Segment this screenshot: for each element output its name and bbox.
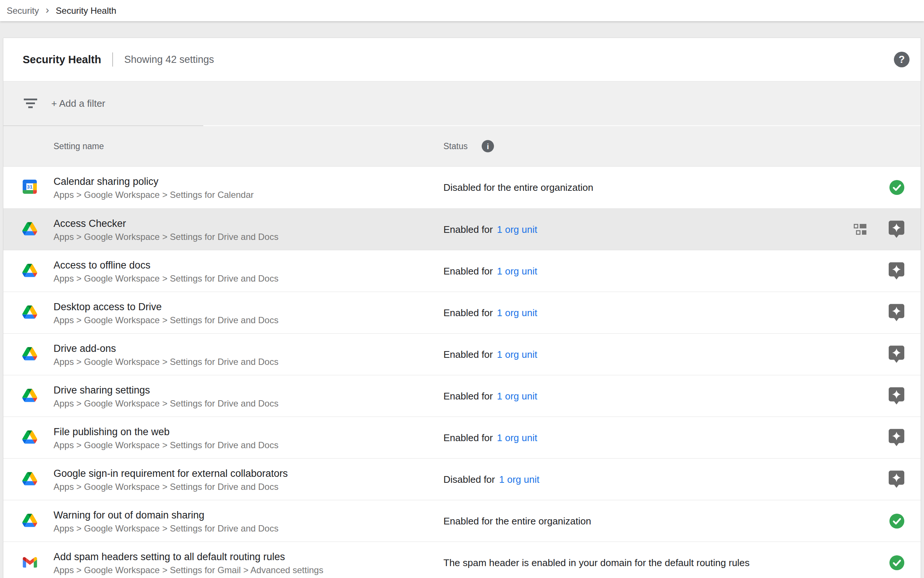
setting-name: Drive sharing settings (53, 383, 278, 398)
app-icon (22, 472, 37, 487)
recommendation-icon[interactable] (889, 262, 904, 280)
chevron-right-icon: › (46, 5, 49, 17)
status-text: Enabled for (443, 349, 493, 360)
org-unit-link[interactable]: 1 org unit (497, 265, 537, 277)
settings-count: Showing 42 settings (124, 54, 214, 65)
status-column-label[interactable]: Status (443, 141, 468, 151)
drive-icon (22, 347, 37, 362)
card-header: Security Health Showing 42 settings ? (3, 38, 921, 81)
table-row[interactable]: Drive sharing settings Apps > Google Wor… (3, 375, 921, 417)
setting-path: Apps > Google Workspace > Settings for D… (53, 523, 278, 534)
column-header-setting-name[interactable]: Setting name (53, 141, 104, 151)
table-row[interactable]: Access Checker Apps > Google Workspace >… (3, 208, 921, 250)
add-filter-button[interactable]: + Add a filter (51, 98, 105, 109)
recommendation-icon[interactable] (889, 221, 904, 239)
status-icons (889, 262, 904, 280)
table-row[interactable]: Drive add-ons Apps > Google Workspace > … (3, 333, 921, 375)
status-icons (890, 180, 904, 195)
recommendation-icon[interactable] (889, 429, 904, 447)
status-ok-icon (890, 180, 904, 195)
recommendation-icon[interactable] (889, 304, 904, 322)
table-header: Setting name Status i (3, 126, 921, 167)
status-text: Enabled for (443, 224, 493, 235)
calendar-icon: 31 (23, 180, 37, 195)
setting-text: Calendar sharing policy Apps > Google Wo… (53, 174, 254, 201)
app-icon: 31 (22, 180, 37, 195)
status-text: Disabled for the entire organization (443, 182, 593, 193)
status-ok-icon (890, 514, 904, 529)
status-icons (889, 387, 904, 405)
title-divider (112, 52, 113, 67)
status-ok-icon (890, 555, 904, 570)
status-text: The spam header is enabled in your domai… (443, 557, 750, 568)
table-row[interactable]: Add spam headers setting to all default … (3, 542, 921, 578)
table-row[interactable]: Google sign-in requirement for external … (3, 458, 921, 500)
status-icons (889, 346, 904, 364)
setting-status: Disabled for 1 org unit (443, 474, 539, 485)
org-unit-link[interactable]: 1 org unit (497, 390, 537, 402)
setting-name: Access Checker (53, 216, 278, 231)
status-icons (854, 221, 904, 239)
setting-path: Apps > Google Workspace > Settings for D… (53, 273, 278, 284)
setting-name: Drive add-ons (53, 341, 278, 356)
org-unit-link[interactable]: 1 org unit (497, 307, 537, 318)
drive-icon (22, 472, 37, 487)
breadcrumb-security[interactable]: Security (7, 6, 39, 16)
setting-text: Warning for out of domain sharing Apps >… (53, 508, 278, 534)
org-unit-link[interactable]: 1 org unit (497, 349, 537, 360)
setting-name: Calendar sharing policy (53, 174, 254, 189)
setting-status: Enabled for 1 org unit (443, 390, 537, 402)
status-icons (889, 429, 904, 447)
breadcrumb-security-health: Security Health (56, 6, 117, 16)
status-icons (890, 555, 904, 570)
filter-list-icon[interactable] (24, 99, 37, 108)
setting-name: Warning for out of domain sharing (53, 508, 278, 523)
setting-name: Google sign-in requirement for external … (53, 466, 288, 481)
recommendation-icon[interactable] (889, 471, 904, 489)
status-text: Enabled for (443, 265, 493, 277)
drive-icon (22, 264, 37, 279)
drive-icon (22, 305, 37, 320)
status-text: Enabled for (443, 390, 493, 402)
breadcrumb: Security › Security Health (0, 0, 924, 21)
table-row[interactable]: 31 Calendar sharing policy Apps > Google… (3, 167, 921, 208)
org-unit-link[interactable]: 1 org unit (497, 224, 537, 235)
status-icons (889, 471, 904, 489)
status-info-icon[interactable]: i (482, 140, 494, 153)
recommendation-icon[interactable] (889, 387, 904, 405)
setting-status: Enabled for 1 org unit (443, 349, 537, 360)
org-unit-link[interactable]: 1 org unit (499, 474, 539, 485)
table-row[interactable]: File publishing on the web Apps > Google… (3, 417, 921, 458)
status-icons (890, 514, 904, 529)
app-icon (22, 388, 37, 404)
status-text: Enabled for the entire organization (443, 515, 591, 527)
recommendation-icon[interactable] (889, 346, 904, 364)
setting-text: Drive add-ons Apps > Google Workspace > … (53, 341, 278, 368)
table-row[interactable]: Access to offline docs Apps > Google Wor… (3, 250, 921, 292)
app-icon (22, 305, 37, 321)
table-row[interactable]: Desktop access to Drive Apps > Google Wo… (3, 292, 921, 333)
status-icons (889, 304, 904, 322)
table-row[interactable]: Warning for out of domain sharing Apps >… (3, 500, 921, 542)
setting-text: Drive sharing settings Apps > Google Wor… (53, 383, 278, 409)
filter-bar: + Add a filter (3, 81, 921, 125)
org-unit-link[interactable]: 1 org unit (497, 432, 537, 443)
setting-text: File publishing on the web Apps > Google… (53, 424, 278, 451)
status-text: Enabled for (443, 432, 493, 443)
setting-status: Enabled for 1 org unit (443, 265, 537, 277)
setting-status: Enabled for the entire organization (443, 515, 591, 527)
setting-text: Access Checker Apps > Google Workspace >… (53, 216, 278, 243)
setting-name: Access to offline docs (53, 258, 278, 273)
page-title: Security Health (23, 54, 101, 66)
setting-name: Add spam headers setting to all default … (53, 549, 324, 564)
setting-name: File publishing on the web (53, 424, 278, 439)
setting-path: Apps > Google Workspace > Settings for C… (53, 189, 254, 201)
setting-text: Access to offline docs Apps > Google Wor… (53, 258, 278, 284)
help-icon[interactable]: ? (894, 52, 909, 67)
setting-path: Apps > Google Workspace > Settings for D… (53, 398, 278, 409)
setting-status: Enabled for 1 org unit (443, 432, 537, 443)
security-health-screen: Security › Security Health Security Heal… (0, 0, 924, 578)
setting-text: Google sign-in requirement for external … (53, 466, 288, 493)
column-header-status: Status i (443, 140, 494, 153)
settings-card: Security Health Showing 42 settings ? + … (3, 37, 921, 578)
